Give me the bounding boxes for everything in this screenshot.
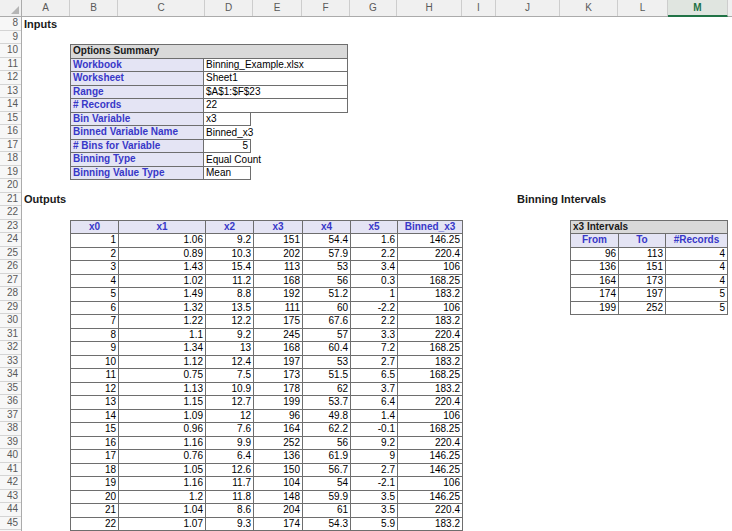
- intervals-header-records[interactable]: #Records: [666, 234, 728, 248]
- column-header-k[interactable]: K: [560, 0, 618, 16]
- outputs-cell[interactable]: 10.9: [206, 383, 254, 397]
- outputs-cell[interactable]: 11.2: [206, 275, 254, 289]
- options-value-range[interactable]: $A$1:$F$23: [204, 86, 348, 100]
- outputs-cell[interactable]: 183.2: [398, 383, 463, 397]
- outputs-cell[interactable]: 12.2: [206, 315, 254, 329]
- row-header-44[interactable]: 44: [0, 503, 21, 517]
- row-header-9[interactable]: 9: [0, 31, 21, 45]
- intervals-cell[interactable]: 136: [571, 261, 619, 275]
- options-label-binning-value-type[interactable]: Binning Value Type: [71, 167, 204, 181]
- outputs-cell[interactable]: 3.3: [351, 329, 398, 343]
- options-label-range[interactable]: Range: [71, 86, 204, 100]
- intervals-cell[interactable]: 4: [666, 261, 728, 275]
- outputs-cell[interactable]: 67.6: [303, 315, 351, 329]
- outputs-cell[interactable]: 220.4: [398, 396, 463, 410]
- options-value-binning-type[interactable]: Equal Count: [204, 153, 348, 167]
- row-header-17[interactable]: 17: [0, 139, 21, 153]
- outputs-cell[interactable]: 11.8: [206, 491, 254, 505]
- outputs-cell[interactable]: 6.5: [351, 369, 398, 383]
- outputs-cell[interactable]: -2.2: [351, 302, 398, 316]
- row-header-34[interactable]: 34: [0, 368, 21, 382]
- outputs-cell[interactable]: 0.75: [119, 369, 206, 383]
- column-header-g[interactable]: G: [350, 0, 397, 16]
- outputs-cell[interactable]: 15.4: [206, 261, 254, 275]
- row-header-36[interactable]: 36: [0, 395, 21, 409]
- outputs-cell[interactable]: 173: [254, 369, 303, 383]
- outputs-cell[interactable]: 174: [254, 518, 303, 531]
- outputs-cell[interactable]: 252: [254, 437, 303, 451]
- outputs-cell[interactable]: 4: [71, 275, 119, 289]
- outputs-cell[interactable]: 175: [254, 315, 303, 329]
- row-header-31[interactable]: 31: [0, 328, 21, 342]
- options-label-bins-for-variable[interactable]: # Bins for Variable: [71, 140, 204, 154]
- options-summary-title[interactable]: Options Summary: [71, 45, 348, 59]
- outputs-cell[interactable]: 21: [71, 504, 119, 518]
- outputs-header-x5[interactable]: x5: [351, 221, 398, 235]
- outputs-cell[interactable]: 0.96: [119, 423, 206, 437]
- outputs-cell[interactable]: 3.7: [351, 383, 398, 397]
- outputs-cell[interactable]: 199: [254, 396, 303, 410]
- row-header-16[interactable]: 16: [0, 125, 21, 139]
- options-label-worksheet[interactable]: Worksheet: [71, 72, 204, 86]
- outputs-cell[interactable]: 106: [398, 261, 463, 275]
- column-header-l[interactable]: L: [618, 0, 668, 16]
- outputs-cell[interactable]: 1.13: [119, 383, 206, 397]
- outputs-cell[interactable]: 3.5: [351, 491, 398, 505]
- options-value-workbook[interactable]: Binning_Example.xlsx: [204, 59, 348, 73]
- column-header-m[interactable]: M: [668, 0, 728, 17]
- outputs-cell[interactable]: 2.2: [351, 315, 398, 329]
- x3-intervals-title[interactable]: x3 Intervals: [571, 221, 728, 235]
- outputs-cell[interactable]: 146.25: [398, 491, 463, 505]
- outputs-cell[interactable]: 168: [254, 275, 303, 289]
- outputs-cell[interactable]: 19: [71, 477, 119, 491]
- row-header-42[interactable]: 42: [0, 476, 21, 490]
- outputs-cell[interactable]: 13.5: [206, 302, 254, 316]
- outputs-cell[interactable]: 1.2: [119, 491, 206, 505]
- outputs-cell[interactable]: 22: [71, 518, 119, 531]
- intervals-cell[interactable]: 199: [571, 302, 619, 316]
- outputs-cell[interactable]: 1.16: [119, 477, 206, 491]
- outputs-cell[interactable]: 10.3: [206, 248, 254, 262]
- outputs-cell[interactable]: 168.25: [398, 275, 463, 289]
- row-header-23[interactable]: 23: [0, 220, 21, 234]
- outputs-cell[interactable]: 61.9: [303, 450, 351, 464]
- outputs-cell[interactable]: 62.2: [303, 423, 351, 437]
- outputs-section-title[interactable]: Outputs: [24, 193, 66, 206]
- outputs-cell[interactable]: 1.43: [119, 261, 206, 275]
- outputs-cell[interactable]: 57.9: [303, 248, 351, 262]
- outputs-header-x4[interactable]: x4: [303, 221, 351, 235]
- outputs-cell[interactable]: 7: [71, 315, 119, 329]
- outputs-cell[interactable]: 20: [71, 491, 119, 505]
- outputs-cell[interactable]: 204: [254, 504, 303, 518]
- intervals-header-from[interactable]: From: [571, 234, 619, 248]
- outputs-cell[interactable]: 9.2: [206, 329, 254, 343]
- outputs-cell[interactable]: 168: [254, 342, 303, 356]
- outputs-cell[interactable]: 1: [71, 234, 119, 248]
- outputs-cell[interactable]: 17: [71, 450, 119, 464]
- row-header-19[interactable]: 19: [0, 166, 21, 180]
- outputs-cell[interactable]: 7.5: [206, 369, 254, 383]
- row-header-32[interactable]: 32: [0, 341, 21, 355]
- outputs-header-x1[interactable]: x1: [119, 221, 206, 235]
- row-header-13[interactable]: 13: [0, 85, 21, 99]
- outputs-cell[interactable]: 54: [303, 477, 351, 491]
- outputs-cell[interactable]: 8.8: [206, 288, 254, 302]
- intervals-cell[interactable]: 113: [619, 248, 666, 262]
- outputs-cell[interactable]: 1.07: [119, 518, 206, 531]
- outputs-cell[interactable]: 1.12: [119, 356, 206, 370]
- outputs-cell[interactable]: 12.4: [206, 356, 254, 370]
- outputs-cell[interactable]: 106: [398, 477, 463, 491]
- row-header-29[interactable]: 29: [0, 301, 21, 315]
- row-header-30[interactable]: 30: [0, 314, 21, 328]
- outputs-cell[interactable]: 7.2: [351, 342, 398, 356]
- outputs-cell[interactable]: 245: [254, 329, 303, 343]
- row-header-22[interactable]: 22: [0, 206, 21, 220]
- options-label-binning-type[interactable]: Binning Type: [71, 153, 204, 167]
- outputs-cell[interactable]: 2.7: [351, 356, 398, 370]
- outputs-cell[interactable]: 9: [351, 450, 398, 464]
- outputs-cell[interactable]: 8: [71, 329, 119, 343]
- outputs-cell[interactable]: 168.25: [398, 369, 463, 383]
- column-header-a[interactable]: A: [22, 0, 70, 16]
- outputs-cell[interactable]: 0.76: [119, 450, 206, 464]
- outputs-cell[interactable]: 12.6: [206, 464, 254, 478]
